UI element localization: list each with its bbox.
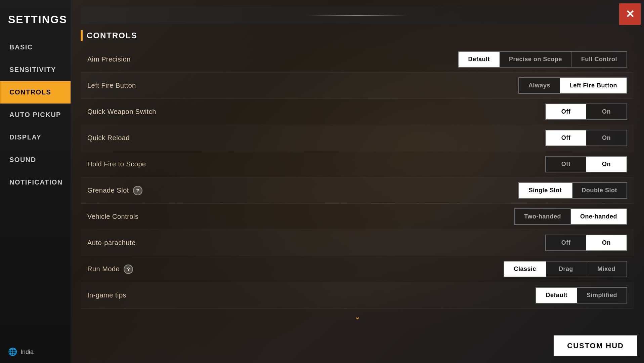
ingame-tips-simplified-btn[interactable]: Simplified (577, 288, 627, 303)
sidebar-item-notification[interactable]: NOTIFICATION (0, 171, 71, 194)
quick-weapon-on-btn[interactable]: On (586, 104, 627, 119)
globe-icon: 🌐 (8, 348, 17, 356)
hold-fire-options: Off On (545, 156, 627, 172)
region-selector[interactable]: 🌐 India (0, 341, 71, 363)
setting-label-group: In-game tips (87, 291, 126, 299)
hold-fire-on-btn[interactable]: On (586, 157, 627, 172)
sidebar-item-controls[interactable]: CONTROLS (0, 81, 71, 104)
main-content: ✕ CONTROLS Aim Precision Default Precise… (71, 0, 644, 363)
run-mode-classic-btn[interactable]: Classic (504, 261, 546, 277)
section-title: CONTROLS (87, 31, 137, 40)
custom-hud-button[interactable]: CUSTOM HUD (554, 335, 637, 356)
parachute-options: Off On (545, 235, 627, 251)
run-mode-help-icon[interactable]: ? (124, 265, 133, 274)
grenade-options: Single Slot Double Slot (518, 182, 628, 199)
setting-row-quick-reload: Quick Reload Off On (81, 125, 634, 151)
ingame-tips-label: In-game tips (87, 291, 126, 299)
vehicle-options: Two-handed One-handed (514, 208, 627, 225)
setting-label-group: Hold Fire to Scope (87, 160, 146, 168)
settings-container: Aim Precision Default Precise on Scope F… (81, 46, 634, 309)
aim-precision-label: Aim Precision (87, 55, 131, 63)
aim-precision-full-btn[interactable]: Full Control (572, 52, 627, 67)
run-mode-label: Run Mode (87, 265, 120, 273)
setting-row-aim-precision: Aim Precision Default Precise on Scope F… (81, 46, 634, 73)
controls-section: CONTROLS Aim Precision Default Precise o… (81, 30, 634, 325)
setting-row-quick-weapon: Quick Weapon Switch Off On (81, 99, 634, 125)
quick-weapon-options: Off On (545, 104, 627, 120)
settings-title: SETTINGS (0, 7, 71, 36)
chevron-down-icon: ⌄ (354, 312, 361, 321)
setting-row-left-fire: Left Fire Button Always Left Fire Button (81, 73, 634, 99)
vehicle-two-handed-btn[interactable]: Two-handed (515, 209, 571, 224)
vehicle-one-handed-btn[interactable]: One-handed (571, 209, 627, 224)
setting-label-group: Auto-parachute (87, 239, 136, 247)
setting-label-group: Quick Weapon Switch (87, 108, 156, 116)
parachute-label: Auto-parachute (87, 239, 136, 247)
sidebar-item-display[interactable]: DISPLAY (0, 126, 71, 149)
run-mode-drag-btn[interactable]: Drag (546, 261, 586, 277)
quick-reload-options: Off On (545, 130, 627, 146)
sidebar-item-sensitivity[interactable]: SENSITIVITY (0, 58, 71, 81)
section-header: CONTROLS (81, 30, 634, 41)
setting-row-ingame-tips: In-game tips Default Simplified (81, 282, 634, 309)
setting-row-run-mode: Run Mode ? Classic Drag Mixed (81, 256, 634, 282)
sidebar: SETTINGS BASIC SENSITIVITY CONTROLS AUTO… (0, 0, 71, 363)
sidebar-item-basic[interactable]: BASIC (0, 36, 71, 58)
setting-label-group: Aim Precision (87, 55, 131, 63)
sidebar-item-sound[interactable]: SOUND (0, 149, 71, 171)
ingame-tips-default-btn[interactable]: Default (536, 288, 577, 303)
hold-fire-label: Hold Fire to Scope (87, 160, 146, 168)
run-mode-options: Classic Drag Mixed (504, 261, 627, 277)
section-indicator (81, 30, 83, 41)
setting-label-group: Quick Reload (87, 134, 130, 142)
parachute-off-btn[interactable]: Off (546, 235, 586, 250)
setting-row-parachute: Auto-parachute Off On (81, 230, 634, 256)
setting-label-group: Left Fire Button (87, 82, 136, 89)
setting-label-group: Vehicle Controls (87, 213, 139, 220)
quick-weapon-label: Quick Weapon Switch (87, 108, 156, 116)
sidebar-item-auto-pickup[interactable]: AUTO PICKUP (0, 104, 71, 126)
top-bar-line (307, 15, 408, 16)
setting-label-group: Grenade Slot ? (87, 186, 142, 195)
left-fire-options: Always Left Fire Button (518, 77, 627, 94)
hold-fire-off-btn[interactable]: Off (546, 157, 586, 172)
setting-row-vehicle: Vehicle Controls Two-handed One-handed (81, 204, 634, 230)
grenade-single-btn[interactable]: Single Slot (519, 183, 572, 198)
left-fire-button-btn[interactable]: Left Fire Button (560, 78, 627, 93)
quick-reload-on-btn[interactable]: On (586, 130, 627, 146)
left-fire-label: Left Fire Button (87, 82, 136, 89)
setting-label-group: Run Mode ? (87, 265, 133, 274)
vehicle-label: Vehicle Controls (87, 213, 139, 220)
run-mode-mixed-btn[interactable]: Mixed (586, 261, 627, 277)
parachute-on-btn[interactable]: On (586, 235, 627, 250)
region-label: India (20, 349, 34, 356)
aim-precision-options: Default Precise on Scope Full Control (458, 51, 627, 68)
ingame-tips-options: Default Simplified (535, 287, 627, 304)
setting-row-grenade: Grenade Slot ? Single Slot Double Slot (81, 177, 634, 204)
quick-reload-off-btn[interactable]: Off (546, 130, 586, 146)
aim-precision-default-btn[interactable]: Default (459, 52, 500, 67)
left-fire-always-btn[interactable]: Always (519, 78, 560, 93)
quick-weapon-off-btn[interactable]: Off (546, 104, 586, 119)
setting-row-hold-fire: Hold Fire to Scope Off On (81, 151, 634, 177)
top-bar (81, 7, 634, 24)
close-button[interactable]: ✕ (619, 3, 641, 25)
grenade-help-icon[interactable]: ? (133, 186, 142, 195)
scroll-indicator: ⌄ (81, 309, 634, 325)
aim-precision-precise-btn[interactable]: Precise on Scope (500, 52, 572, 67)
grenade-double-btn[interactable]: Double Slot (572, 183, 627, 198)
grenade-label: Grenade Slot (87, 187, 129, 194)
quick-reload-label: Quick Reload (87, 134, 130, 142)
